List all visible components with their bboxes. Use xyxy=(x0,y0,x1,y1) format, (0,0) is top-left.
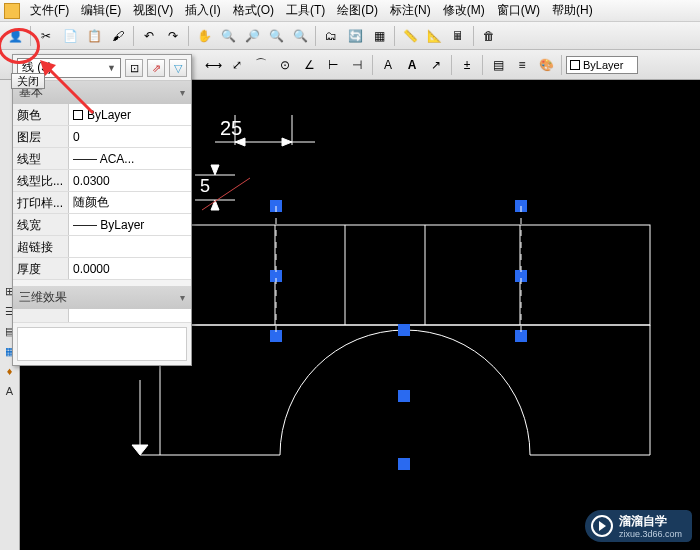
prop-lineweight[interactable]: 线宽 —— ByLayer xyxy=(13,214,191,236)
redo-icon[interactable]: ↷ xyxy=(162,25,184,47)
prop-hyperlink[interactable]: 超链接 xyxy=(13,236,191,258)
chevron-down-icon: ▾ xyxy=(180,87,185,98)
svg-rect-30 xyxy=(398,390,410,402)
menu-help[interactable]: 帮助(H) xyxy=(546,0,599,21)
copy-icon[interactable]: 📄 xyxy=(59,25,81,47)
zoom-prev-icon[interactable]: 🔍 xyxy=(265,25,287,47)
prop-ltscale[interactable]: 线型比... 0.0300 xyxy=(13,170,191,192)
filter-icon[interactable]: ▽ xyxy=(169,59,187,77)
undo-icon[interactable]: ↶ xyxy=(138,25,160,47)
watermark-badge: 溜溜自学 zixue.3d66.com xyxy=(585,510,692,542)
menu-modify[interactable]: 修改(M) xyxy=(437,0,491,21)
mtext-icon[interactable]: A xyxy=(401,54,423,76)
dim-aligned-icon[interactable]: ⤢ xyxy=(226,54,248,76)
dim-continue-icon[interactable]: ⊣ xyxy=(346,54,368,76)
quick-select-icon[interactable]: ⊡ xyxy=(125,59,143,77)
menu-draw[interactable]: 绘图(D) xyxy=(331,0,384,21)
dim-text-5: 5 xyxy=(200,176,210,196)
pan-icon[interactable]: ✋ xyxy=(193,25,215,47)
svg-rect-0 xyxy=(160,225,650,325)
prop-thickness[interactable]: 厚度 0.0000 xyxy=(13,258,191,280)
dim-angle-icon[interactable]: ∠ xyxy=(298,54,320,76)
bylayer-combo[interactable]: ByLayer xyxy=(566,56,638,74)
dim-tol-icon[interactable]: ± xyxy=(456,54,478,76)
menu-bar: 文件(F) 编辑(E) 视图(V) 插入(I) 格式(O) 工具(T) 绘图(D… xyxy=(0,0,700,22)
properties-panel: 线 (3) ▼ ⊡ ⇗ ▽ 关闭 基本 ▾ 颜色 ByLayer 图层 0 线型… xyxy=(12,54,192,366)
prop-plotstyle[interactable]: 打印样... 随颜色 xyxy=(13,192,191,214)
zoom-ext-icon[interactable]: 🔍 xyxy=(289,25,311,47)
menu-file[interactable]: 文件(F) xyxy=(24,0,75,21)
menu-format[interactable]: 格式(O) xyxy=(227,0,280,21)
app-icon xyxy=(4,3,20,19)
panel-close-button[interactable]: 关闭 xyxy=(11,73,45,89)
menu-insert[interactable]: 插入(I) xyxy=(179,0,226,21)
cut-icon[interactable]: ✂ xyxy=(35,25,57,47)
dwg-prop-icon[interactable]: 🗂 xyxy=(320,25,342,47)
menu-dimension[interactable]: 标注(N) xyxy=(384,0,437,21)
area-icon[interactable]: 📐 xyxy=(423,25,445,47)
prop-linetype[interactable]: 线型 —— ACA... xyxy=(13,148,191,170)
chevron-down-icon: ▼ xyxy=(107,63,116,73)
regen-icon[interactable]: 🔄 xyxy=(344,25,366,47)
prop-color[interactable]: 颜色 ByLayer xyxy=(13,104,191,126)
svg-marker-17 xyxy=(211,165,219,175)
toolbar-standard: 👤 ✂ 📄 📋 🖌 ↶ ↷ ✋ 🔍 🔎 🔍 🔍 🗂 🔄 ▦ 📏 📐 🖩 🗑 xyxy=(0,22,700,50)
btn-person-icon[interactable]: 👤 xyxy=(4,25,26,47)
menu-tools[interactable]: 工具(T) xyxy=(280,0,331,21)
palette-text-btn[interactable]: A xyxy=(1,382,19,400)
leader-icon[interactable]: ↗ xyxy=(425,54,447,76)
menu-edit[interactable]: 编辑(E) xyxy=(75,0,127,21)
purge-icon[interactable]: 🗑 xyxy=(478,25,500,47)
svg-marker-13 xyxy=(235,138,245,146)
zoom-window-icon[interactable]: 🔎 xyxy=(241,25,263,47)
section-3d-effect[interactable]: 三维效果 ▾ xyxy=(13,286,191,309)
dim-linear-icon[interactable]: ⟷ xyxy=(202,54,224,76)
table-icon[interactable]: ▦ xyxy=(368,25,390,47)
select-obj-icon[interactable]: ⇗ xyxy=(147,59,165,77)
dim-radius-icon[interactable]: ⊙ xyxy=(274,54,296,76)
color-swatch-icon xyxy=(570,60,580,70)
dist-icon[interactable]: 📏 xyxy=(399,25,421,47)
dim-arc-icon[interactable]: ⌒ xyxy=(250,54,272,76)
svg-marker-14 xyxy=(282,138,292,146)
prop-layer[interactable]: 图层 0 xyxy=(13,126,191,148)
text-icon[interactable]: A xyxy=(377,54,399,76)
zoom-realtime-icon[interactable]: 🔍 xyxy=(217,25,239,47)
calc-icon[interactable]: 🖩 xyxy=(447,25,469,47)
ltype-icon[interactable]: ≡ xyxy=(511,54,533,76)
svg-rect-28 xyxy=(398,324,410,336)
brush-icon[interactable]: 🖌 xyxy=(107,25,129,47)
svg-rect-31 xyxy=(398,458,410,470)
play-icon xyxy=(591,515,613,537)
panel-preview xyxy=(17,327,187,361)
menu-view[interactable]: 视图(V) xyxy=(127,0,179,21)
dim-baseline-icon[interactable]: ⊢ xyxy=(322,54,344,76)
svg-marker-21 xyxy=(132,445,148,455)
layer-icon[interactable]: ▤ xyxy=(487,54,509,76)
menu-window[interactable]: 窗口(W) xyxy=(491,0,546,21)
chevron-down-icon: ▾ xyxy=(180,292,185,303)
paste-icon[interactable]: 📋 xyxy=(83,25,105,47)
color-icon[interactable]: 🎨 xyxy=(535,54,557,76)
dim-text-25: 25 xyxy=(220,117,242,139)
